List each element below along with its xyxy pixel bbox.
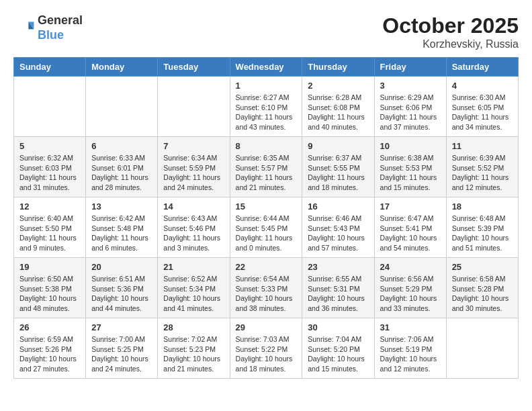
- day-number: 14: [163, 201, 224, 212]
- table-row: 4Sunrise: 6:30 AM Sunset: 6:05 PM Daylig…: [446, 77, 518, 137]
- table-row: 23Sunrise: 6:55 AM Sunset: 5:31 PM Dayli…: [302, 258, 374, 318]
- table-row: [158, 77, 230, 137]
- day-info: Sunrise: 6:28 AM Sunset: 6:08 PM Dayligh…: [308, 93, 368, 132]
- day-info: Sunrise: 6:51 AM Sunset: 5:36 PM Dayligh…: [91, 274, 152, 314]
- page-header: General Blue October 2025 Korzhevskiy, R…: [13, 13, 519, 50]
- table-row: 12Sunrise: 6:40 AM Sunset: 5:50 PM Dayli…: [14, 197, 86, 258]
- logo-general-text: General: [38, 13, 83, 27]
- header-thursday: Thursday: [302, 58, 374, 77]
- title-block: October 2025 Korzhevskiy, Russia: [382, 13, 519, 50]
- day-info: Sunrise: 6:27 AM Sunset: 6:10 PM Dayligh…: [236, 93, 297, 132]
- day-info: Sunrise: 6:46 AM Sunset: 5:43 PM Dayligh…: [308, 214, 368, 253]
- table-row: 18Sunrise: 6:48 AM Sunset: 5:39 PM Dayli…: [446, 197, 518, 258]
- day-number: 19: [19, 262, 80, 272]
- day-info: Sunrise: 7:00 AM Sunset: 5:25 PM Dayligh…: [91, 334, 152, 374]
- logo-icon: [13, 17, 35, 39]
- day-number: 3: [380, 81, 441, 91]
- day-number: 7: [163, 141, 224, 151]
- day-number: 12: [19, 201, 80, 212]
- day-info: Sunrise: 6:43 AM Sunset: 5:46 PM Dayligh…: [163, 214, 224, 253]
- calendar-table: Sunday Monday Tuesday Wednesday Thursday…: [13, 57, 519, 379]
- header-tuesday: Tuesday: [158, 58, 230, 77]
- day-number: 28: [163, 322, 224, 332]
- table-row: 15Sunrise: 6:44 AM Sunset: 5:45 PM Dayli…: [230, 197, 302, 258]
- table-row: [14, 77, 86, 137]
- table-row: 14Sunrise: 6:43 AM Sunset: 5:46 PM Dayli…: [158, 197, 230, 258]
- day-info: Sunrise: 6:33 AM Sunset: 6:01 PM Dayligh…: [91, 153, 152, 193]
- day-info: Sunrise: 6:35 AM Sunset: 5:57 PM Dayligh…: [236, 153, 297, 193]
- table-row: [86, 77, 158, 137]
- day-number: 10: [380, 141, 441, 151]
- week-row-0: 1Sunrise: 6:27 AM Sunset: 6:10 PM Daylig…: [14, 77, 519, 137]
- table-row: 25Sunrise: 6:58 AM Sunset: 5:28 PM Dayli…: [446, 258, 518, 318]
- logo: General Blue: [13, 13, 83, 42]
- day-info: Sunrise: 6:48 AM Sunset: 5:39 PM Dayligh…: [452, 214, 513, 253]
- day-number: 17: [380, 201, 441, 212]
- day-info: Sunrise: 7:06 AM Sunset: 5:19 PM Dayligh…: [380, 334, 441, 374]
- header-friday: Friday: [374, 58, 446, 77]
- table-row: 19Sunrise: 6:50 AM Sunset: 5:38 PM Dayli…: [14, 258, 86, 318]
- calendar-title: October 2025: [382, 13, 519, 38]
- day-number: 8: [236, 141, 297, 151]
- calendar-subtitle: Korzhevskiy, Russia: [382, 38, 519, 50]
- day-number: 20: [91, 262, 152, 272]
- week-row-1: 5Sunrise: 6:32 AM Sunset: 6:03 PM Daylig…: [14, 137, 519, 197]
- day-info: Sunrise: 6:42 AM Sunset: 5:48 PM Dayligh…: [91, 214, 152, 253]
- table-row: 6Sunrise: 6:33 AM Sunset: 6:01 PM Daylig…: [86, 137, 158, 197]
- table-row: [446, 318, 518, 379]
- day-info: Sunrise: 6:39 AM Sunset: 5:52 PM Dayligh…: [452, 153, 513, 193]
- day-number: 18: [452, 201, 513, 212]
- day-number: 22: [236, 262, 297, 272]
- day-number: 16: [308, 201, 368, 212]
- day-number: 21: [163, 262, 224, 272]
- header-wednesday: Wednesday: [230, 58, 302, 77]
- day-info: Sunrise: 6:55 AM Sunset: 5:31 PM Dayligh…: [308, 274, 368, 314]
- table-row: 3Sunrise: 6:29 AM Sunset: 6:06 PM Daylig…: [374, 77, 446, 137]
- header-sunday: Sunday: [14, 58, 86, 77]
- table-row: 24Sunrise: 6:56 AM Sunset: 5:29 PM Dayli…: [374, 258, 446, 318]
- table-row: 31Sunrise: 7:06 AM Sunset: 5:19 PM Dayli…: [374, 318, 446, 379]
- table-row: 10Sunrise: 6:38 AM Sunset: 5:53 PM Dayli…: [374, 137, 446, 197]
- day-number: 9: [308, 141, 368, 151]
- table-row: 28Sunrise: 7:02 AM Sunset: 5:23 PM Dayli…: [158, 318, 230, 379]
- table-row: 11Sunrise: 6:39 AM Sunset: 5:52 PM Dayli…: [446, 137, 518, 197]
- day-info: Sunrise: 6:40 AM Sunset: 5:50 PM Dayligh…: [19, 214, 80, 253]
- table-row: 30Sunrise: 7:04 AM Sunset: 5:20 PM Dayli…: [302, 318, 374, 379]
- table-row: 13Sunrise: 6:42 AM Sunset: 5:48 PM Dayli…: [86, 197, 158, 258]
- table-row: 8Sunrise: 6:35 AM Sunset: 5:57 PM Daylig…: [230, 137, 302, 197]
- logo-blue-text: Blue: [38, 28, 64, 42]
- day-number: 15: [236, 201, 297, 212]
- header-saturday: Saturday: [446, 58, 518, 77]
- day-number: 31: [380, 322, 441, 332]
- day-number: 4: [452, 81, 513, 91]
- day-number: 30: [308, 322, 368, 332]
- day-number: 5: [19, 141, 80, 151]
- day-number: 24: [380, 262, 441, 272]
- day-number: 26: [19, 322, 80, 332]
- table-row: 16Sunrise: 6:46 AM Sunset: 5:43 PM Dayli…: [302, 197, 374, 258]
- day-number: 27: [91, 322, 152, 332]
- week-row-2: 12Sunrise: 6:40 AM Sunset: 5:50 PM Dayli…: [14, 197, 519, 258]
- day-info: Sunrise: 6:52 AM Sunset: 5:34 PM Dayligh…: [163, 274, 224, 314]
- table-row: 29Sunrise: 7:03 AM Sunset: 5:22 PM Dayli…: [230, 318, 302, 379]
- day-info: Sunrise: 6:44 AM Sunset: 5:45 PM Dayligh…: [236, 214, 297, 253]
- day-number: 25: [452, 262, 513, 272]
- table-row: 21Sunrise: 6:52 AM Sunset: 5:34 PM Dayli…: [158, 258, 230, 318]
- table-row: 9Sunrise: 6:37 AM Sunset: 5:55 PM Daylig…: [302, 137, 374, 197]
- day-info: Sunrise: 6:58 AM Sunset: 5:28 PM Dayligh…: [452, 274, 513, 314]
- table-row: 17Sunrise: 6:47 AM Sunset: 5:41 PM Dayli…: [374, 197, 446, 258]
- day-info: Sunrise: 6:38 AM Sunset: 5:53 PM Dayligh…: [380, 153, 441, 193]
- day-number: 6: [91, 141, 152, 151]
- day-info: Sunrise: 6:30 AM Sunset: 6:05 PM Dayligh…: [452, 93, 513, 132]
- day-number: 11: [452, 141, 513, 151]
- week-row-3: 19Sunrise: 6:50 AM Sunset: 5:38 PM Dayli…: [14, 258, 519, 318]
- day-number: 1: [236, 81, 297, 91]
- day-info: Sunrise: 6:54 AM Sunset: 5:33 PM Dayligh…: [236, 274, 297, 314]
- table-row: 22Sunrise: 6:54 AM Sunset: 5:33 PM Dayli…: [230, 258, 302, 318]
- day-info: Sunrise: 6:34 AM Sunset: 5:59 PM Dayligh…: [163, 153, 224, 193]
- table-row: 27Sunrise: 7:00 AM Sunset: 5:25 PM Dayli…: [86, 318, 158, 379]
- day-info: Sunrise: 6:50 AM Sunset: 5:38 PM Dayligh…: [19, 274, 80, 314]
- day-info: Sunrise: 7:03 AM Sunset: 5:22 PM Dayligh…: [236, 334, 297, 374]
- day-info: Sunrise: 6:32 AM Sunset: 6:03 PM Dayligh…: [19, 153, 80, 193]
- day-info: Sunrise: 6:29 AM Sunset: 6:06 PM Dayligh…: [380, 93, 441, 132]
